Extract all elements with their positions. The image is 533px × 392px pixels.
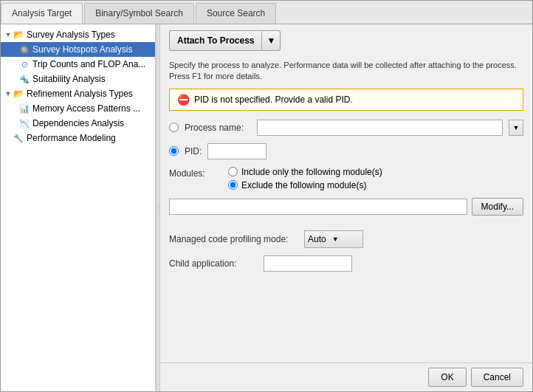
pid-radio[interactable] — [169, 146, 179, 156]
modules-input-row: Modify... — [169, 198, 523, 216]
tree-group-refinement[interactable]: ▼ 📂 Refinement Analysis Types — [1, 86, 155, 101]
tab-bar: Analysis Target Binary/Symbol Search Sou… — [1, 1, 532, 24]
dependencies-icon: 📉 — [18, 117, 30, 129]
tab-source-search[interactable]: Source Search — [196, 3, 276, 24]
tree-item-hotspots[interactable]: 🔘 Survey Hotspots Analysis — [1, 42, 155, 57]
trips-icon: ⊙ — [18, 58, 30, 70]
chevron-survey: ▼ — [4, 31, 13, 38]
error-message: PID is not specified. Provide a valid PI… — [194, 94, 353, 105]
folder-icon-refinement: 📂 — [13, 88, 24, 100]
process-name-row: Process name: ▼ — [169, 120, 523, 136]
child-application-input[interactable] — [264, 255, 352, 272]
cancel-button[interactable]: Cancel — [471, 368, 523, 387]
action-area: Attach To Process ▼ — [160, 24, 532, 57]
exclude-modules-radio[interactable] — [228, 180, 238, 190]
managed-code-select[interactable]: Auto ▼ — [304, 230, 363, 248]
pid-label: PID: — [185, 146, 202, 157]
description-text: Specify the process to analyze. Performa… — [160, 57, 532, 89]
survey-group-label: Survey Analysis Types — [27, 30, 115, 40]
exclude-modules-label: Exclude the following module(s) — [241, 180, 366, 190]
tree-item-trips[interactable]: ⊙ Trip Counts and FLOP Ana... — [1, 57, 155, 72]
include-modules-radio[interactable] — [228, 167, 238, 176]
chevron-performance — [4, 134, 13, 142]
tree-item-dependencies[interactable]: 📉 Dependencies Analysis — [1, 116, 155, 131]
process-name-input[interactable] — [257, 120, 503, 136]
memory-icon: 📊 — [18, 103, 30, 114]
error-icon: ⛔ — [177, 94, 190, 106]
main-content: ▼ 📂 Survey Analysis Types 🔘 Survey Hotsp… — [1, 24, 532, 391]
chevron-refinement: ▼ — [4, 90, 13, 97]
hotspot-icon: 🔘 — [18, 44, 30, 55]
modify-button[interactable]: Modify... — [472, 198, 523, 216]
pid-input[interactable] — [207, 143, 266, 159]
tab-analysis-target[interactable]: Analysis Target — [1, 3, 83, 24]
process-name-radio[interactable] — [169, 123, 179, 132]
suitability-icon: 🔩 — [18, 73, 30, 85]
process-name-dropdown[interactable]: ▼ — [509, 120, 523, 136]
managed-code-value: Auto — [308, 234, 326, 244]
tree-item-memory[interactable]: 📊 Memory Access Patterns ... — [1, 101, 155, 116]
attach-process-dropdown[interactable]: ▼ — [261, 30, 281, 51]
tree-item-suitability[interactable]: 🔩 Suitability Analysis — [1, 72, 155, 86]
dropdown-arrow-icon: ▼ — [266, 35, 275, 46]
dependencies-label: Dependencies Analysis — [32, 118, 124, 128]
attach-process-button[interactable]: Attach To Process — [169, 30, 261, 51]
managed-code-label: Managed code profiling mode: — [169, 234, 298, 244]
refinement-group-label: Refinement Analysis Types — [27, 89, 133, 99]
include-modules-option: Include only the following module(s) — [228, 167, 382, 177]
child-application-row: Child application: — [169, 255, 523, 272]
bottom-bar: OK Cancel — [160, 362, 532, 391]
error-banner: ⛔ PID is not specified. Provide a valid … — [169, 89, 523, 111]
modules-section: Modules: Include only the following modu… — [169, 167, 523, 190]
child-application-label: Child application: — [169, 258, 258, 269]
trips-label: Trip Counts and FLOP Ana... — [32, 59, 145, 69]
tab-binary-symbol[interactable]: Binary/Symbol Search — [84, 3, 194, 24]
pid-row: PID: — [169, 143, 523, 159]
managed-code-row: Managed code profiling mode: Auto ▼ — [169, 230, 523, 248]
folder-icon-survey: 📂 — [13, 29, 24, 41]
tree-group-survey[interactable]: ▼ 📂 Survey Analysis Types — [1, 27, 155, 42]
modules-input[interactable] — [169, 199, 467, 215]
memory-label: Memory Access Patterns ... — [32, 103, 140, 114]
performance-label: Performance Modeling — [27, 133, 116, 143]
hotspots-label: Survey Hotspots Analysis — [32, 44, 132, 55]
managed-dropdown-arrow-icon: ▼ — [332, 235, 339, 243]
include-modules-label: Include only the following module(s) — [241, 167, 382, 177]
right-panel: Attach To Process ▼ Specify the process … — [160, 24, 532, 391]
tree-item-performance[interactable]: 🔧 Performance Modeling — [1, 131, 155, 145]
form-area: Process name: ▼ PID: Modules: — [160, 117, 532, 362]
exclude-modules-option: Exclude the following module(s) — [228, 180, 382, 190]
performance-icon: 🔧 — [13, 132, 24, 144]
dialog: Analysis Target Binary/Symbol Search Sou… — [0, 0, 533, 392]
ok-button[interactable]: OK — [428, 368, 466, 387]
modules-options: Include only the following module(s) Exc… — [228, 167, 382, 190]
process-name-label: Process name: — [185, 123, 251, 133]
modules-label: Modules: — [169, 167, 228, 190]
left-panel: ▼ 📂 Survey Analysis Types 🔘 Survey Hotsp… — [1, 24, 156, 391]
suitability-label: Suitability Analysis — [32, 74, 106, 84]
